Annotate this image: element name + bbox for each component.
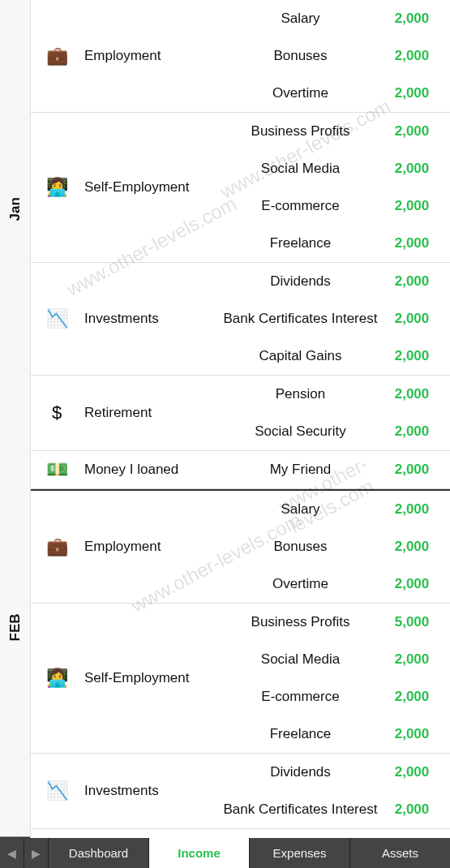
category-name: Self-Employment [84,670,189,686]
sub-value: 2,000 [384,801,450,818]
nav-tab-income[interactable]: Income [149,838,250,868]
sub-value: 2,000 [384,311,450,327]
category-icon: 💼 [44,536,70,557]
sub-name: Business Profits [217,614,384,630]
sub-name: E-commerce [217,198,384,214]
sub-name: Bank Certificates Interest [217,801,384,818]
sub-name: Bonuses [217,539,384,555]
category-row[interactable]: 📉InvestmentsDividends2,000Bank Certifica… [31,754,450,829]
category-icon: 👩‍💻 [44,668,70,689]
month-column: JanFEB [0,0,31,838]
category-row[interactable]: 💵Money I loanedMy Friend2,000 [31,451,450,489]
sub-column: Business Profits5,000Social Media2,000E-… [217,604,450,753]
sub-row[interactable]: Business Profits2,000 [217,113,450,150]
category-icon: $ [44,402,70,423]
category-row[interactable]: 💼EmploymentSalary2,000Bonuses2,000Overti… [31,0,450,113]
month-block: 💼EmploymentSalary2,000Bonuses2,000Overti… [31,0,450,489]
month-label: FEB [0,419,30,839]
sub-name: Bonuses [217,48,384,64]
sub-name: Bank Certificates Interest [217,311,384,327]
category-name: Money I loaned [84,462,178,478]
sub-name: Dividends [217,764,384,780]
sub-row[interactable]: My Friend2,000 [217,451,450,488]
nav-tab-assets[interactable]: Assets [350,838,450,868]
sub-name: E-commerce [217,689,384,705]
sub-name: Overtime [217,85,384,101]
sub-row[interactable]: Pension2,000 [217,376,450,413]
category-name: Self-Employment [84,179,189,196]
sub-row[interactable]: Overtime2,000 [217,565,450,603]
category-left: 📉Investments [31,263,217,375]
sub-value: 2,000 [384,85,450,101]
category-row[interactable]: 👩‍💻Self-EmploymentBusiness Profits5,000S… [31,604,450,754]
category-name: Investments [84,311,159,327]
category-icon: 💼 [44,45,70,67]
sub-value: 2,000 [384,386,450,402]
month-block: 💼EmploymentSalary2,000Bonuses2,000Overti… [31,489,450,829]
sub-row[interactable]: Social Security2,000 [217,413,450,450]
sub-column: Salary2,000Bonuses2,000Overtime2,000 [217,491,450,603]
sub-row[interactable]: Bank Certificates Interest2,000 [217,300,450,337]
content-area: JanFEB 💼EmploymentSalary2,000Bonuses2,00… [0,0,450,838]
nav-tabs: DashboardIncomeExpensesAssets [49,838,450,868]
category-icon: 📉 [44,308,70,329]
category-icon: 📉 [44,780,70,801]
sub-name: Overtime [217,576,384,592]
sub-value: 2,000 [384,651,450,668]
sub-value: 2,000 [384,764,450,780]
sub-value: 2,000 [384,726,450,742]
sub-row[interactable]: Social Media2,000 [217,641,450,678]
category-row[interactable]: 💼EmploymentSalary2,000Bonuses2,000Overti… [31,491,450,604]
sub-value: 2,000 [384,123,450,140]
sub-name: Social Media [217,651,384,668]
category-name: Investments [84,783,159,799]
nav-tab-dashboard[interactable]: Dashboard [49,838,149,868]
sub-name: Freelance [217,726,384,742]
month-label: Jan [0,0,30,419]
category-left: 📉Investments [31,754,217,828]
sub-name: Social Security [217,423,384,440]
sub-row[interactable]: E-commerce2,000 [217,678,450,715]
sub-row[interactable]: Bonuses2,000 [217,528,450,565]
category-icon: 👩‍💻 [44,177,70,198]
nav-prev[interactable]: ◀ [0,838,24,868]
sub-value: 2,000 [384,161,450,177]
sub-row[interactable]: Business Profits5,000 [217,604,450,641]
sub-value: 2,000 [384,576,450,592]
sub-value: 2,000 [384,273,450,290]
sub-row[interactable]: Salary2,000 [217,0,450,37]
sub-row[interactable]: Social Media2,000 [217,150,450,187]
sub-row[interactable]: Freelance2,000 [217,715,450,753]
sub-row[interactable]: Dividends2,000 [217,754,450,791]
category-left: 💼Employment [31,491,217,603]
main-column: 💼EmploymentSalary2,000Bonuses2,000Overti… [31,0,450,838]
category-left: 💼Employment [31,0,217,112]
category-row[interactable]: $RetirementPension2,000Social Security2,… [31,376,450,451]
nav-tab-expenses[interactable]: Expenses [250,838,350,868]
sub-row[interactable]: Capital Gains2,000 [217,337,450,375]
sub-row[interactable]: Overtime2,000 [217,75,450,112]
sub-column: My Friend2,000 [217,451,450,488]
sub-name: Salary [217,11,384,27]
category-row[interactable]: 👩‍💻Self-EmploymentBusiness Profits2,000S… [31,113,450,263]
category-row[interactable]: 📉InvestmentsDividends2,000Bank Certifica… [31,263,450,376]
sub-row[interactable]: Bonuses2,000 [217,37,450,75]
sub-row[interactable]: Salary2,000 [217,491,450,528]
nav-next[interactable]: ▶ [24,838,49,868]
category-left: 👩‍💻Self-Employment [31,604,217,753]
sub-row[interactable]: Bank Certificates Interest2,000 [217,791,450,828]
sub-value: 2,000 [384,11,450,27]
sub-row[interactable]: E-commerce2,000 [217,187,450,225]
sub-column: Pension2,000Social Security2,000 [217,376,450,450]
sub-name: Dividends [217,273,384,290]
sub-name: Business Profits [217,123,384,140]
sub-value: 2,000 [384,689,450,705]
category-left: 💵Money I loaned [31,451,217,488]
category-name: Employment [84,48,161,64]
sub-value: 5,000 [384,614,450,630]
sub-row[interactable]: Freelance2,000 [217,225,450,262]
sub-row[interactable]: Dividends2,000 [217,263,450,300]
sub-value: 2,000 [384,348,450,364]
sub-value: 2,000 [384,423,450,440]
sub-column: Business Profits2,000Social Media2,000E-… [217,113,450,262]
